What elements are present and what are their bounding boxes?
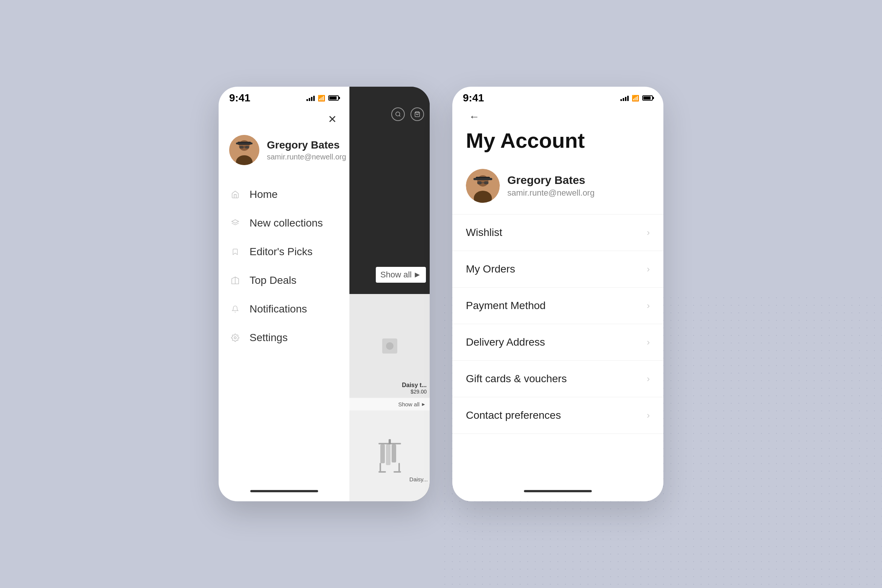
nav-item-home[interactable]: Home [219, 180, 349, 209]
nav-label-editors-picks: Editor's Picks [250, 246, 312, 258]
page-title: My Account [466, 129, 650, 152]
bookmark-icon [229, 246, 241, 258]
tag-icon [229, 274, 241, 286]
account-profile: Gregory Bates samir.runte@newell.org [452, 160, 663, 214]
app-behind-panel: Show all ► Daisy t... $29.00 [349, 87, 430, 501]
account-item-gift-cards[interactable]: Gift cards & vouchers › [452, 361, 663, 397]
svg-rect-23 [398, 463, 400, 472]
search-icon-app [391, 107, 405, 121]
home-bar-account [452, 482, 663, 501]
svg-rect-31 [477, 181, 482, 184]
status-bar-account: 9:41 📶 [452, 87, 663, 107]
nav-label-top-deals: Top Deals [250, 274, 297, 286]
status-icons-account: 📶 [620, 95, 653, 102]
svg-rect-24 [378, 471, 386, 473]
phones-container: 9:41 📶 ✕ [219, 87, 663, 501]
nav-item-new-collections[interactable]: New collections [219, 209, 349, 237]
nav-label-home: Home [250, 188, 278, 201]
svg-rect-19 [380, 444, 385, 463]
chevron-right-gift-cards: › [647, 374, 650, 384]
menu-panel: 9:41 📶 ✕ [219, 87, 349, 501]
show-all-mid-label: Show all [398, 401, 420, 407]
settings-icon [229, 332, 241, 344]
chevron-right-wishlist: › [647, 227, 650, 238]
show-all-top-label: Show all [380, 270, 412, 280]
contact-prefs-label: Contact preferences [466, 409, 561, 421]
menu-header: ✕ [219, 107, 349, 127]
account-item-payment[interactable]: Payment Method › [452, 288, 663, 324]
account-avatar [466, 169, 500, 203]
account-header: ← My Account [452, 107, 663, 160]
wifi-icon: 📶 [318, 95, 325, 102]
clothes-rack-image [377, 439, 403, 473]
app-top-section: Show all ► [349, 87, 430, 294]
wifi-icon-account: 📶 [632, 95, 639, 102]
app-top-icons [391, 94, 424, 121]
back-button[interactable]: ← [466, 109, 482, 125]
svg-point-11 [234, 337, 236, 339]
payment-label: Payment Method [466, 300, 546, 312]
svg-point-16 [386, 342, 394, 350]
status-time-menu: 9:41 [229, 92, 250, 104]
account-menu: Wishlist › My Orders › Payment Method › … [452, 214, 663, 482]
chevron-right-orders: › [647, 264, 650, 274]
cart-icon-app [410, 107, 424, 121]
account-profile-email: samir.runte@newell.org [507, 188, 594, 198]
chevron-right-payment: › [647, 300, 650, 311]
signal-icon-account [620, 95, 629, 101]
battery-icon-account [642, 95, 653, 101]
orders-label: My Orders [466, 263, 515, 275]
nav-item-editors-picks[interactable]: Editor's Picks [219, 237, 349, 266]
app-mid-section: Daisy t... $29.00 [349, 294, 430, 398]
account-avatar-image [466, 169, 500, 203]
svg-rect-21 [392, 444, 396, 462]
menu-profile-info: Gregory Bates samir.runte@newell.org [267, 139, 346, 161]
account-profile-name: Gregory Bates [507, 174, 594, 187]
menu-profile-name: Gregory Bates [267, 139, 346, 151]
nav-label-notifications: Notifications [250, 303, 307, 315]
svg-rect-5 [239, 146, 243, 149]
nav-item-notifications[interactable]: Notifications [219, 295, 349, 323]
nav-label-new-collections: New collections [250, 217, 323, 229]
nav-item-top-deals[interactable]: Top Deals [219, 266, 349, 295]
account-item-contact-prefs[interactable]: Contact preferences › [452, 397, 663, 434]
nav-item-settings[interactable]: Settings [219, 323, 349, 352]
account-item-delivery[interactable]: Delivery Address › [452, 324, 663, 361]
menu-profile-email: samir.runte@newell.org [267, 153, 346, 161]
svg-rect-25 [394, 471, 401, 473]
svg-rect-30 [473, 178, 492, 180]
status-time-account: 9:41 [463, 92, 484, 104]
chevron-right-contact-prefs: › [647, 410, 650, 421]
phone-account: 9:41 📶 ← My Account [452, 87, 663, 501]
app-bottom-section: Daisy... [349, 410, 430, 501]
phone-menu: 9:41 📶 ✕ [219, 87, 430, 501]
svg-marker-8 [232, 220, 239, 223]
chevron-right-delivery: › [647, 337, 650, 348]
signal-icon [306, 95, 315, 101]
avatar [229, 135, 259, 165]
svg-line-13 [399, 115, 400, 116]
home-bar-menu [219, 482, 349, 501]
gift-cards-label: Gift cards & vouchers [466, 373, 567, 385]
wishlist-label: Wishlist [466, 227, 502, 239]
status-bar-menu: 9:41 📶 [219, 87, 349, 107]
svg-point-12 [396, 112, 400, 116]
back-arrow-icon: ← [469, 111, 479, 123]
account-item-wishlist[interactable]: Wishlist › [452, 214, 663, 251]
home-icon [229, 188, 241, 201]
nav-label-settings: Settings [250, 332, 288, 344]
svg-rect-20 [386, 444, 390, 465]
close-icon: ✕ [328, 113, 337, 126]
status-icons-menu: 📶 [306, 95, 339, 102]
menu-profile: Gregory Bates samir.runte@newell.org [219, 127, 349, 176]
show-all-top: Show all ► [376, 267, 426, 283]
account-item-orders[interactable]: My Orders › [452, 251, 663, 288]
svg-rect-18 [389, 439, 391, 444]
layers-icon [229, 217, 241, 229]
show-all-mid: Show all ► [349, 398, 430, 410]
delivery-label: Delivery Address [466, 336, 545, 348]
close-button[interactable]: ✕ [324, 111, 340, 127]
daisy-label: Daisy... [409, 476, 428, 482]
svg-rect-32 [484, 181, 488, 184]
product-image-1 [378, 337, 401, 355]
